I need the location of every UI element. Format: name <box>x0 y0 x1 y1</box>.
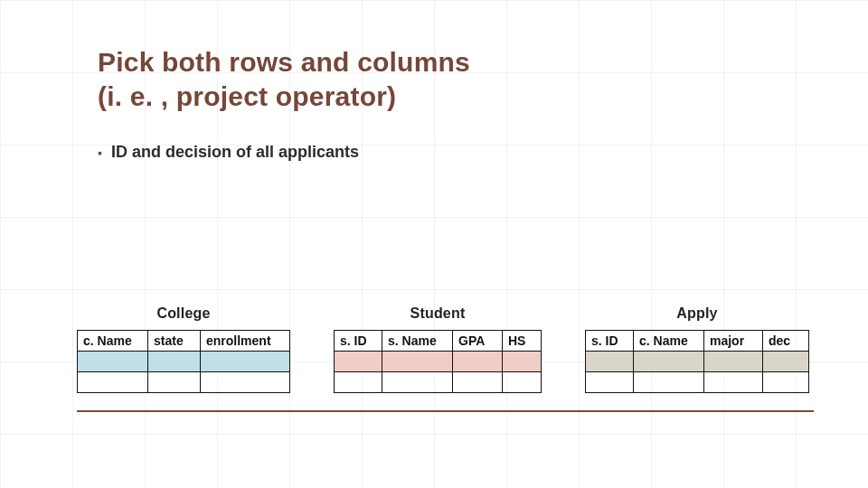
bullet-item: ▪ ID and decision of all applicants <box>98 143 359 163</box>
student-block: Student s. ID s. Name GPA HS <box>334 305 542 393</box>
college-caption: College <box>156 305 210 322</box>
table-header-row: s. ID s. Name GPA HS <box>335 331 542 352</box>
footer-divider <box>77 410 814 412</box>
college-table: c. Name state enrollment <box>77 330 290 393</box>
student-table: s. ID s. Name GPA HS <box>334 330 542 393</box>
title-line-2: (i. e. , project operator) <box>98 81 396 111</box>
col-enroll: enrollment <box>201 331 290 352</box>
apply-caption: Apply <box>676 305 717 322</box>
apply-block: Apply s. ID c. Name major dec <box>585 305 809 393</box>
col-sname: s. Name <box>382 331 453 352</box>
col-sid: s. ID <box>586 331 634 352</box>
bullet-text: ID and decision of all applicants <box>111 143 359 162</box>
col-dec: dec <box>763 331 809 352</box>
table-row <box>335 372 542 393</box>
bullet-marker-icon: ▪ <box>98 143 102 163</box>
table-row <box>335 352 542 372</box>
col-hs: HS <box>503 331 542 352</box>
college-block: College c. Name state enrollment <box>77 305 290 393</box>
table-header-row: s. ID c. Name major dec <box>586 331 809 352</box>
table-row <box>78 372 290 393</box>
col-state: state <box>148 331 201 352</box>
table-row <box>78 352 290 372</box>
student-caption: Student <box>410 305 466 322</box>
col-sid: s. ID <box>335 331 382 352</box>
col-gpa: GPA <box>453 331 503 352</box>
tables-container: College c. Name state enrollment Student… <box>77 305 814 393</box>
col-cname: c. Name <box>78 331 148 352</box>
col-cname: c. Name <box>634 331 704 352</box>
table-row <box>586 352 809 372</box>
col-major: major <box>704 331 763 352</box>
apply-table: s. ID c. Name major dec <box>585 330 809 393</box>
table-row <box>586 372 809 393</box>
table-header-row: c. Name state enrollment <box>78 331 290 352</box>
slide-title: Pick both rows and columns (i. e. , proj… <box>98 45 470 113</box>
title-line-1: Pick both rows and columns <box>98 47 470 77</box>
slide: Pick both rows and columns (i. e. , proj… <box>0 0 868 488</box>
